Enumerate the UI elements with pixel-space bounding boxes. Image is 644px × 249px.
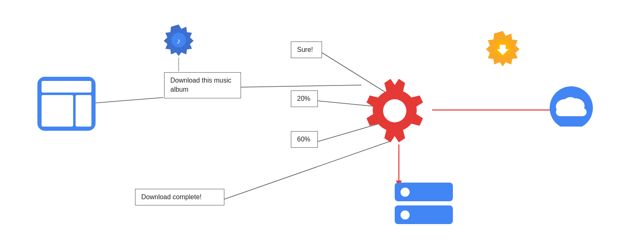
twenty-percent-text: 20% (297, 95, 310, 102)
download-complete-text: Download complete! (141, 193, 202, 200)
sure-text: Sure! (297, 46, 313, 53)
browser-right-panel (76, 95, 91, 127)
download-music-text: Download this music album (170, 77, 231, 93)
sure-label: Sure! (291, 42, 322, 58)
cloud-icon (544, 81, 598, 127)
server-stack (395, 183, 453, 224)
server-dot-2 (401, 210, 410, 220)
download-badge-icon (484, 29, 521, 66)
download-music-label: Download this music album (164, 72, 241, 98)
browser-top-bar (42, 81, 91, 93)
svg-rect-20 (556, 108, 587, 116)
server-bar-2 (395, 205, 453, 224)
browser-bottom (42, 95, 91, 127)
svg-line-1 (241, 85, 361, 87)
server-dot-1 (401, 188, 410, 197)
sixty-percent-label: 60% (291, 131, 318, 148)
svg-line-0 (96, 98, 163, 103)
browser-left-panel (42, 95, 73, 127)
browser-app-icon (37, 77, 96, 131)
sixty-percent-text: 60% (297, 136, 310, 143)
diagram-canvas: ♪ Download this music album Sure! 20% 60… (0, 0, 644, 249)
svg-point-13 (383, 99, 406, 122)
svg-line-5 (224, 141, 391, 199)
svg-text:♪: ♪ (177, 37, 181, 45)
server-bar-1 (395, 183, 453, 201)
music-badge-icon: ♪ (162, 23, 195, 56)
gear-settings-icon (361, 77, 428, 143)
download-complete-label: Download complete! (135, 189, 224, 205)
twenty-percent-label: 20% (291, 90, 318, 107)
